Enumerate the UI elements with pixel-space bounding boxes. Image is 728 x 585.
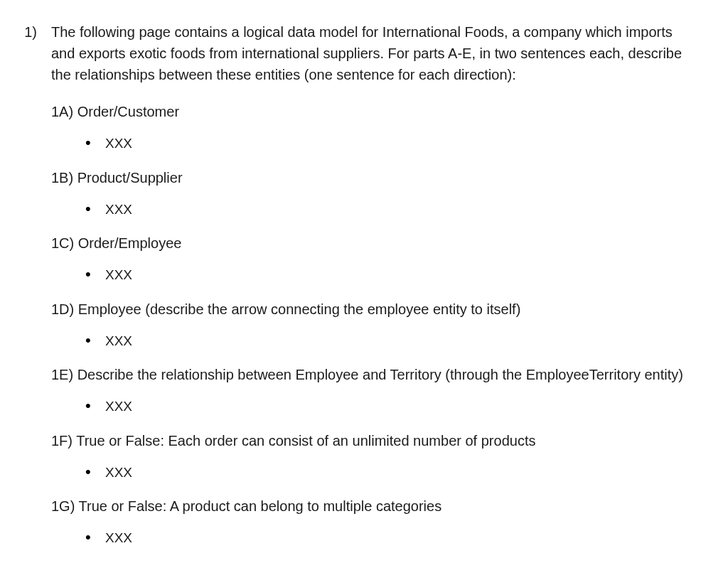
answer-placeholder: XXX (105, 333, 132, 348)
list-item: XXX (85, 395, 700, 417)
part-1d-answer-list: XXX (51, 330, 700, 352)
question-content: The following page contains a logical da… (43, 21, 700, 559)
answer-placeholder: XXX (105, 465, 132, 480)
part-1a-answer-list: XXX (51, 132, 700, 154)
answer-placeholder: XXX (105, 267, 132, 282)
question-number: 1) (20, 21, 43, 43)
list-item: XXX (85, 198, 700, 220)
answer-placeholder: XXX (105, 530, 132, 545)
list-item: XXX (85, 330, 700, 352)
answer-placeholder: XXX (105, 136, 132, 151)
part-1f-answer-list: XXX (51, 461, 700, 483)
answer-placeholder: XXX (105, 399, 132, 414)
list-item: XXX (85, 461, 700, 483)
part-1e-label: 1E) Describe the relationship between Em… (51, 364, 700, 385)
part-1d-label: 1D) Employee (describe the arrow connect… (51, 299, 700, 320)
part-1a-label: 1A) Order/Customer (51, 101, 700, 122)
part-1f-label: 1F) True or False: Each order can consis… (51, 430, 700, 451)
part-1g-label: 1G) True or False: A product can belong … (51, 495, 700, 517)
question-block: 1) The following page contains a logical… (20, 21, 700, 559)
part-1b-answer-list: XXX (51, 198, 700, 220)
part-1g-answer-list: XXX (51, 527, 700, 549)
part-1c-answer-list: XXX (51, 264, 700, 286)
part-1c-label: 1C) Order/Employee (51, 232, 700, 254)
list-item: XXX (85, 527, 700, 549)
part-1e-answer-list: XXX (51, 395, 700, 417)
question-intro: The following page contains a logical da… (51, 21, 700, 85)
list-item: XXX (85, 132, 700, 154)
answer-placeholder: XXX (105, 202, 132, 217)
part-1b-label: 1B) Product/Supplier (51, 167, 700, 188)
list-item: XXX (85, 264, 700, 286)
